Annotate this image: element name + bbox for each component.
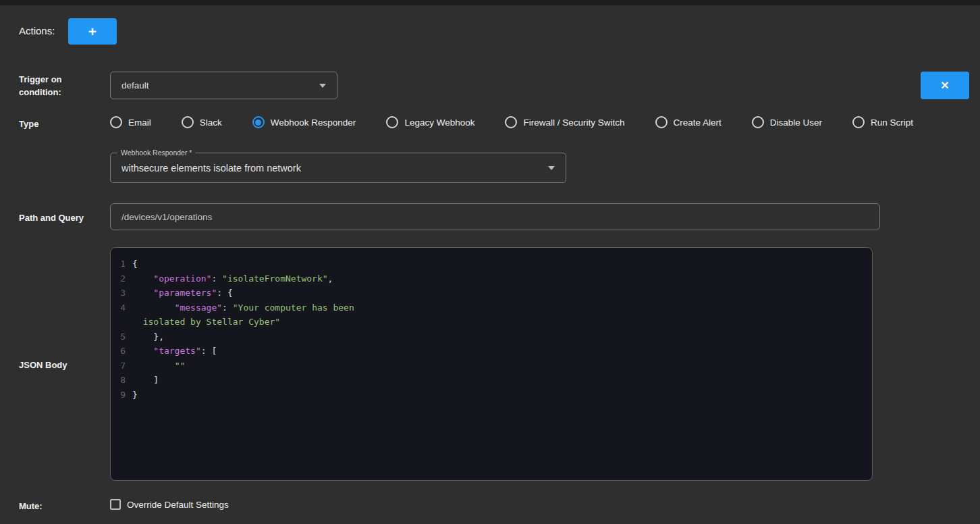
radio-label: Run Script [871, 117, 913, 128]
radio-icon[interactable] [505, 116, 517, 128]
line-number [111, 315, 132, 330]
line-number: 4 [111, 300, 132, 315]
code-text: "targets": [ [132, 344, 217, 359]
code-text: "parameters": { [132, 286, 233, 300]
type-label: Type [19, 118, 38, 131]
actions-label: Actions: [19, 25, 55, 36]
code-line: 4 "message": "Your computer has been [111, 300, 867, 315]
mute-row: Override Default Settings [110, 499, 229, 510]
radio-label: Webhook Responder [271, 117, 356, 128]
type-option-email[interactable]: Email [110, 116, 151, 128]
json-body-editor[interactable]: 1{2 "operation": "isolateFromNetwork",3 … [110, 247, 873, 481]
code-line: 1{ [111, 257, 867, 271]
webhook-responder-label: Webhook Responder * [117, 148, 195, 157]
radio-label: Firewall / Security Switch [523, 117, 624, 128]
code-line: 8 ] [111, 373, 867, 388]
path-and-query-label: Path and Query [19, 212, 84, 225]
type-options: EmailSlackWebhook ResponderLegacy Webhoo… [110, 115, 913, 130]
code-line: 6 "targets": [ [111, 344, 867, 359]
code-text: "operation": "isolateFromNetwork", [132, 271, 333, 286]
line-number: 1 [111, 257, 132, 271]
override-default-settings-checkbox[interactable] [110, 499, 121, 510]
webhook-responder-value: withsecure elements isolate from network [121, 163, 541, 174]
chevron-down-icon [548, 166, 555, 170]
trigger-condition-select[interactable]: default [110, 72, 337, 99]
code-line: 5 }, [111, 330, 867, 344]
remove-action-button[interactable]: ✕ [921, 72, 969, 99]
json-editor-lines: 1{2 "operation": "isolateFromNetwork",3 … [111, 257, 867, 402]
type-option-run-script[interactable]: Run Script [852, 116, 913, 128]
code-text: isolated by Stellar Cyber" [132, 315, 280, 330]
radio-label: Legacy Webhook [404, 117, 474, 128]
radio-icon[interactable] [252, 116, 265, 128]
trigger-condition-value: default [121, 80, 312, 90]
line-number: 2 [111, 271, 132, 286]
webhook-responder-select[interactable]: Webhook Responder * withsecure elements … [110, 153, 566, 183]
radio-label: Disable User [770, 117, 822, 128]
code-text: { [132, 257, 138, 271]
line-number: 8 [111, 373, 132, 388]
type-option-slack[interactable]: Slack [182, 116, 222, 128]
radio-icon[interactable] [655, 116, 668, 128]
code-line: 3 "parameters": { [111, 286, 867, 300]
type-option-disable-user[interactable]: Disable User [752, 116, 822, 128]
json-body-label: JSON Body [19, 359, 67, 372]
code-text: }, [132, 330, 164, 344]
radio-icon[interactable] [752, 116, 764, 128]
radio-icon[interactable] [852, 116, 865, 128]
code-line: 7 "" [111, 359, 867, 373]
override-default-settings-label: Override Default Settings [127, 500, 229, 510]
radio-icon[interactable] [182, 116, 194, 128]
trigger-condition-label: Trigger on condition: [19, 74, 74, 99]
add-action-button[interactable]: + [68, 18, 117, 45]
radio-label: Email [128, 117, 151, 128]
top-strip [0, 0, 980, 5]
line-number: 7 [111, 359, 132, 373]
code-text: "" [132, 359, 185, 373]
code-text: "message": "Your computer has been [132, 300, 354, 315]
path-and-query-input[interactable] [110, 203, 880, 230]
code-line: 2 "operation": "isolateFromNetwork", [111, 271, 867, 286]
line-number: 5 [111, 330, 132, 344]
type-option-legacy-webhook[interactable]: Legacy Webhook [386, 116, 474, 128]
radio-label: Slack [200, 117, 222, 128]
code-text: ] [132, 373, 159, 388]
line-number: 6 [111, 344, 132, 359]
close-icon: ✕ [940, 79, 949, 92]
radio-icon[interactable] [386, 116, 398, 128]
radio-label: Create Alert [674, 117, 722, 128]
type-option-webhook-responder[interactable]: Webhook Responder [252, 116, 356, 128]
radio-icon[interactable] [110, 116, 122, 128]
line-number: 9 [111, 388, 132, 402]
code-line: isolated by Stellar Cyber" [111, 315, 867, 330]
code-line: 9} [111, 388, 867, 402]
type-option-create-alert[interactable]: Create Alert [655, 116, 722, 128]
chevron-down-icon [319, 84, 326, 88]
code-text: } [132, 388, 138, 402]
line-number: 3 [111, 286, 132, 300]
mute-label: Mute: [19, 500, 43, 513]
type-option-firewall-security-switch[interactable]: Firewall / Security Switch [505, 116, 624, 128]
plus-icon: + [88, 24, 97, 40]
